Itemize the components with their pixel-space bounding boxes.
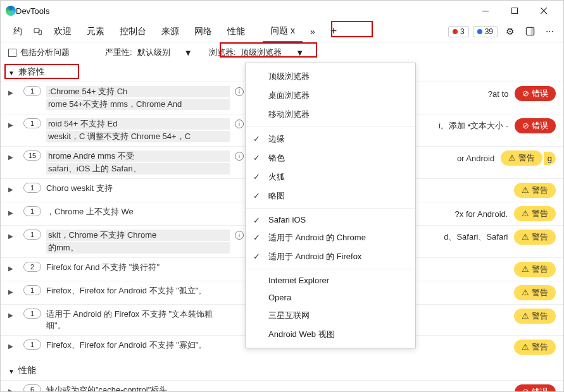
expand-icon xyxy=(8,119,13,129)
chevron-down-icon: ▼ xyxy=(296,48,304,58)
tab-performance[interactable]: 性能 xyxy=(220,21,253,42)
issue-row[interactable]: 6 缺少或为空的"cache-control"标头。 ⊘ 错误 xyxy=(1,381,563,392)
menu-item-label: 略图 xyxy=(268,191,285,200)
minimize-button[interactable] xyxy=(471,1,500,21)
section-performance-label: 性能 xyxy=(18,365,36,376)
section-compatibility-label: 兼容性 xyxy=(18,66,45,78)
issue-text: hrome André mms 不受safari、iOS 上的 Safari、 xyxy=(46,150,230,175)
tabs-add[interactable]: + xyxy=(323,21,345,42)
severity-badge: ⚠ 警告 xyxy=(514,183,556,198)
expand-icon xyxy=(8,207,13,217)
menu-item[interactable]: ✓铬色 xyxy=(246,149,415,168)
issue-count: 1 xyxy=(23,86,41,96)
issue-text: Firefox、Firefox for Android 不支持 "孤立"。 xyxy=(46,285,230,297)
menu-item[interactable]: ✓火狐 xyxy=(246,168,415,187)
maximize-button[interactable] xyxy=(500,1,529,21)
more-icon[interactable]: ⋯ xyxy=(542,23,558,40)
tab-network[interactable]: 网络 xyxy=(187,21,220,42)
severity-value: 默认级别 xyxy=(137,47,170,58)
issue-text: roid 54+ 不支持 Edweskit，C 调整不支持 Chrome 54+… xyxy=(46,118,230,142)
menu-item[interactable]: ✓Safari iOS xyxy=(246,211,415,228)
check-icon: ✓ xyxy=(253,233,260,242)
menu-item-label: Opera xyxy=(268,293,291,302)
include-analysis-checkbox[interactable]: 包括分析问题 xyxy=(8,47,70,58)
browser-dropdown[interactable]: 浏览器: 顶级浏览器 ▼ xyxy=(209,47,304,58)
expand-icon xyxy=(8,263,13,273)
close-button[interactable] xyxy=(529,1,558,21)
titlebar: DevTools xyxy=(1,1,563,21)
menu-item[interactable]: Internet Explorer xyxy=(246,272,415,289)
menu-item[interactable]: 顶级浏览器 xyxy=(246,67,415,86)
menu-item[interactable]: ✓略图 xyxy=(246,187,415,205)
menu-item[interactable]: 桌面浏览器 xyxy=(246,86,415,105)
settings-icon[interactable] xyxy=(501,23,518,40)
expand-icon xyxy=(8,152,13,161)
issue-count: 1 xyxy=(23,309,41,319)
menu-item-label: 顶级浏览器 xyxy=(268,71,310,81)
issue-right-text: ?at to xyxy=(488,89,509,99)
browser-filter-menu: 顶级浏览器桌面浏览器移动浏览器✓边缘✓铬色✓火狐✓略图✓Safari iOS✓适… xyxy=(245,63,416,348)
menu-item[interactable]: 移动浏览器 xyxy=(246,105,415,124)
issue-count: 1 xyxy=(23,183,41,193)
menu-item-label: 适用于 Android 的 Chrome xyxy=(268,233,366,242)
devtools-tabs: 约 欢迎 元素 控制台 来源 网络 性能 问题 x » + 3 39 ⋯ xyxy=(1,21,563,42)
expand-icon xyxy=(8,184,13,193)
tab-issues[interactable]: 问题 x xyxy=(263,21,303,42)
issue-count: 1 xyxy=(23,285,41,295)
window-controls xyxy=(471,1,558,21)
window-title: DevTools xyxy=(16,6,49,16)
issue-count: 15 xyxy=(23,150,41,161)
info-counter[interactable]: 39 xyxy=(473,26,498,37)
issue-count: 1 xyxy=(23,206,41,216)
menu-item-label: 桌面浏览器 xyxy=(268,90,310,100)
issue-count: 1 xyxy=(23,340,41,350)
tab-sources[interactable]: 来源 xyxy=(154,21,187,42)
performance-issues-list: 6 缺少或为空的"cache-control"标头。 ⊘ 错误 xyxy=(1,380,563,392)
menu-item[interactable]: ✓适用于 Android 的 Firefox xyxy=(246,247,415,266)
severity-badge: ⚠ 警告 xyxy=(514,340,556,355)
menu-item[interactable]: Android Web 视图 xyxy=(246,325,415,344)
issue-right-text: ?x for Android. xyxy=(455,209,508,219)
severity-dropdown[interactable]: 严重性: 默认级别 ▼ xyxy=(105,47,192,58)
issue-count: 6 xyxy=(23,384,41,392)
error-counter[interactable]: 3 xyxy=(448,26,469,37)
severity-badge: ⚠ 警告 xyxy=(514,309,556,324)
menu-item-label: 三星互联网 xyxy=(268,310,310,320)
severity-badge: ⚠ 警告 xyxy=(514,206,556,221)
tab-elements[interactable]: 元素 xyxy=(79,21,112,42)
issue-text: Choro weskit 支持 xyxy=(46,183,230,194)
svg-rect-5 xyxy=(530,27,534,35)
severity-badge: ⚠ 警告 xyxy=(514,262,556,277)
check-icon: ✓ xyxy=(253,172,260,181)
issue-count: 1 xyxy=(23,230,41,240)
tabs-more[interactable]: » xyxy=(303,21,323,42)
issue-text: skit，Chrome 不支持 Chrome的mm。 xyxy=(46,230,230,254)
severity-badge: ⊘ 错误 xyxy=(515,86,556,101)
section-performance[interactable]: 性能 xyxy=(1,361,563,380)
issue-text: 缺少或为空的"cache-control"标头。 xyxy=(46,384,230,392)
svg-rect-1 xyxy=(512,8,518,14)
info-icon: i xyxy=(235,231,244,240)
issue-count: 1 xyxy=(23,118,41,128)
issue-text: Firefox for And 不支持 "换行符" xyxy=(46,262,230,273)
app-icon xyxy=(6,6,16,16)
expand-icon xyxy=(8,87,13,97)
tab-inspect[interactable]: 约 xyxy=(6,21,30,42)
menu-item[interactable]: ✓适用于 Android 的 Chrome xyxy=(246,228,415,247)
info-count: 39 xyxy=(485,27,493,36)
tab-welcome[interactable]: 欢迎 xyxy=(46,21,79,42)
menu-item-label: Android Web 视图 xyxy=(268,329,335,339)
issue-count: 2 xyxy=(23,262,41,272)
severity-badge: ⊘ 错误 xyxy=(515,384,556,392)
menu-item[interactable]: 三星互联网 xyxy=(246,306,415,325)
menu-item[interactable]: Opera xyxy=(246,289,415,306)
device-toggle-icon[interactable] xyxy=(30,23,46,40)
dock-icon[interactable] xyxy=(522,23,538,40)
menu-item-label: 火狐 xyxy=(268,172,285,181)
check-icon: ✓ xyxy=(253,134,260,144)
severity-label: 严重性: xyxy=(105,47,132,58)
menu-item[interactable]: ✓边缘 xyxy=(246,130,415,149)
tab-console[interactable]: 控制台 xyxy=(112,21,154,42)
expand-icon xyxy=(8,365,15,376)
expand-icon xyxy=(8,310,13,319)
